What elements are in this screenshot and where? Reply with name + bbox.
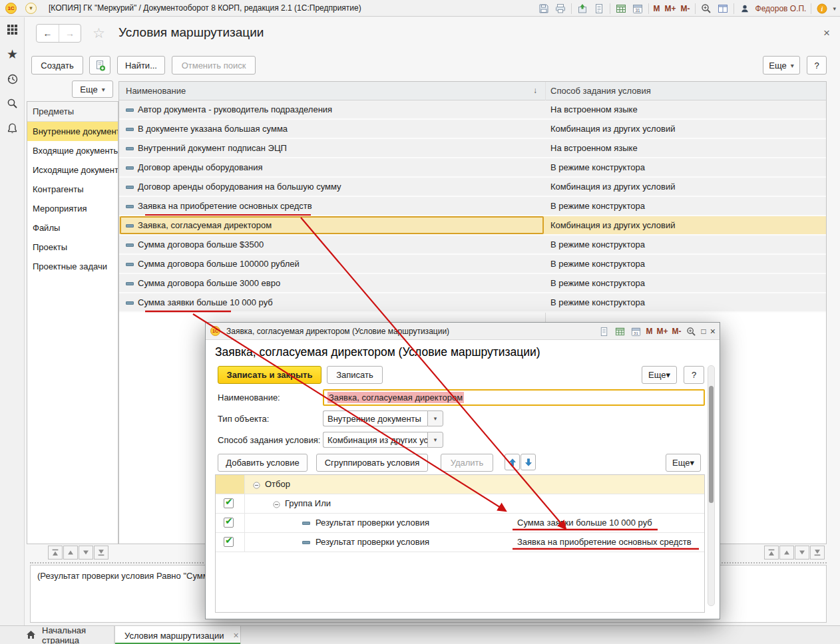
favorites-star-icon[interactable]: ★ <box>0 42 25 67</box>
scrollbar-thumb[interactable] <box>709 386 714 503</box>
notifications-bell-icon[interactable] <box>0 116 25 140</box>
conditions-more-button[interactable]: Еще▾ <box>666 454 701 472</box>
save-icon[interactable] <box>538 3 550 15</box>
column-header-method[interactable]: Способ задания условия <box>550 86 651 96</box>
back-button[interactable]: ← <box>37 25 59 42</box>
condition-checkbox[interactable]: ✔ <box>224 537 234 547</box>
go-last-button[interactable] <box>94 546 108 560</box>
go-next-button[interactable] <box>795 546 809 560</box>
calendar-icon[interactable]: 31 <box>632 3 644 15</box>
chevron-down-icon[interactable]: ▾ <box>427 432 443 448</box>
current-user[interactable]: Федоров О.П. <box>755 4 807 13</box>
print-preview-icon[interactable] <box>593 3 605 15</box>
chevron-down-icon[interactable]: ▾ <box>427 410 443 426</box>
tree-root-row[interactable]: Отбор <box>216 475 704 494</box>
go-first-button[interactable] <box>48 546 63 560</box>
tree-condition-row[interactable]: ✔ Результат проверки условия Заявка на п… <box>216 533 704 552</box>
table-row[interactable]: Договор аренды оборудованияВ режиме конс… <box>119 158 826 178</box>
condition-method-select[interactable]: Комбинация из других условий ▾ <box>323 432 443 448</box>
collapse-icon[interactable] <box>273 500 280 510</box>
table-row-selected[interactable]: Заявка, согласуемая директоромКомбинация… <box>119 216 826 236</box>
go-next-button[interactable] <box>79 546 93 560</box>
go-prev-button[interactable] <box>779 546 794 560</box>
table-row[interactable]: Заявка на приобретение основных средствВ… <box>119 197 826 216</box>
forward-button[interactable]: → <box>59 25 81 42</box>
table-row[interactable]: В документе указана большая суммаКомбина… <box>119 120 826 139</box>
tab-routing-conditions[interactable]: Условия маршрутизации × <box>114 626 241 644</box>
print-preview-icon[interactable] <box>598 325 610 337</box>
add-condition-button[interactable]: Добавить условие <box>218 454 308 472</box>
search-icon[interactable] <box>0 91 25 116</box>
sidebar-item-internal-documents[interactable]: Внутренние документы <box>27 122 118 141</box>
memory-m-plus-button[interactable]: M+ <box>665 4 676 13</box>
dialog-more-button[interactable]: Еще▾ <box>642 366 677 384</box>
main-menu-button[interactable]: ▾ <box>25 3 37 14</box>
find-button[interactable]: Найти... <box>117 56 165 75</box>
move-down-button[interactable] <box>521 454 536 470</box>
table-row[interactable]: Сумма договора больше 3000 евроВ режиме … <box>119 274 826 293</box>
create-copy-button[interactable] <box>89 56 110 75</box>
table-row[interactable]: Автор документа - руководитель подраздел… <box>119 100 826 120</box>
add-favorite-star-icon[interactable]: ☆ <box>93 25 105 41</box>
dialog-scrollbar[interactable] <box>708 365 715 606</box>
close-page-icon[interactable]: × <box>823 27 830 40</box>
memory-m-button[interactable]: M <box>654 4 660 13</box>
table-row[interactable]: Сумма договора больше 100000 рублейВ реж… <box>119 255 826 274</box>
create-button[interactable]: Создать <box>31 56 83 75</box>
info-icon[interactable]: i <box>816 3 828 15</box>
print-icon[interactable] <box>554 3 566 15</box>
sidebar-item-outgoing-documents[interactable]: Исходящие документы <box>27 160 118 180</box>
object-type-select[interactable]: Внутренние документы ▾ <box>323 410 443 426</box>
table-row[interactable]: Сумма договора больше $3500В режиме конс… <box>119 236 826 255</box>
table-row[interactable]: Внутренний документ подписан ЭЦПНа встро… <box>119 139 826 158</box>
memory-m-minus-button[interactable]: M- <box>672 327 682 336</box>
svg-text:31: 31 <box>634 330 638 335</box>
tree-condition-row[interactable]: ✔ Результат проверки условия Сумма заявк… <box>216 514 704 533</box>
sidebar-item-events[interactable]: Мероприятия <box>27 199 118 218</box>
condition-checkbox[interactable]: ✔ <box>224 518 234 528</box>
save-and-close-button[interactable]: Записать и закрыть <box>218 366 321 384</box>
tree-group-row[interactable]: ✔ Группа Или <box>216 494 704 514</box>
calendar-icon[interactable]: 31 <box>630 325 642 337</box>
memory-m-button[interactable]: M <box>646 327 653 336</box>
group-conditions-button[interactable]: Сгруппировать условия <box>316 454 428 472</box>
sidebar-more-button[interactable]: Еще▾ <box>72 80 113 98</box>
memory-m-minus-button[interactable]: M- <box>681 4 690 13</box>
tab-home[interactable]: Начальная страница <box>0 626 114 644</box>
sidebar-item-projects[interactable]: Проекты <box>27 238 118 257</box>
conditions-tree: Отбор ✔ Группа Или ✔ Результат проверки … <box>215 474 705 613</box>
help-button[interactable]: ? <box>807 56 827 75</box>
condition-checkbox[interactable]: ✔ <box>224 498 234 508</box>
sidebar-item-counterparties[interactable]: Контрагенты <box>27 180 118 199</box>
sections-grid-icon[interactable] <box>0 17 25 42</box>
maximize-icon[interactable]: □ <box>702 327 706 336</box>
memory-m-plus-button[interactable]: M+ <box>657 327 668 336</box>
calculator-icon[interactable] <box>614 325 626 337</box>
go-first-button[interactable] <box>764 546 779 560</box>
zoom-icon[interactable] <box>700 3 712 15</box>
dialog-help-button[interactable]: ? <box>684 366 704 384</box>
history-icon[interactable] <box>0 67 25 91</box>
save-button[interactable]: Записать <box>327 366 383 384</box>
split-columns-icon[interactable] <box>717 3 729 15</box>
dialog-titlebar[interactable]: 1С Заявка, согласуемая директором (Услов… <box>206 323 720 340</box>
sidebar-item-files[interactable]: Файлы <box>27 218 118 238</box>
column-header-name[interactable]: Наименование <box>126 86 186 96</box>
close-dialog-icon[interactable]: × <box>710 326 716 337</box>
close-tab-icon[interactable]: × <box>233 630 238 641</box>
table-row[interactable]: Сумма заявки больше 10 000 рубВ режиме к… <box>119 293 826 313</box>
table-row[interactable]: Договор аренды оборудования на большую с… <box>119 178 826 197</box>
calculator-icon[interactable] <box>615 3 627 15</box>
move-up-button[interactable] <box>505 454 520 470</box>
chevron-down-icon[interactable]: ▾ <box>833 5 836 12</box>
sidebar-item-incoming-documents[interactable]: Входящие документы <box>27 141 118 160</box>
name-input[interactable]: Заявка, согласуемая директором <box>323 389 705 406</box>
zoom-icon[interactable] <box>686 325 698 337</box>
go-prev-button[interactable] <box>63 546 78 560</box>
more-button[interactable]: Еще▾ <box>763 56 800 75</box>
sidebar-item-project-tasks[interactable]: Проектные задачи <box>27 257 118 276</box>
collapse-icon[interactable] <box>253 481 260 491</box>
go-last-button[interactable] <box>810 546 825 560</box>
table-header[interactable]: Наименование ↓ Способ задания условия <box>119 82 826 100</box>
upload-document-icon[interactable] <box>576 3 588 15</box>
